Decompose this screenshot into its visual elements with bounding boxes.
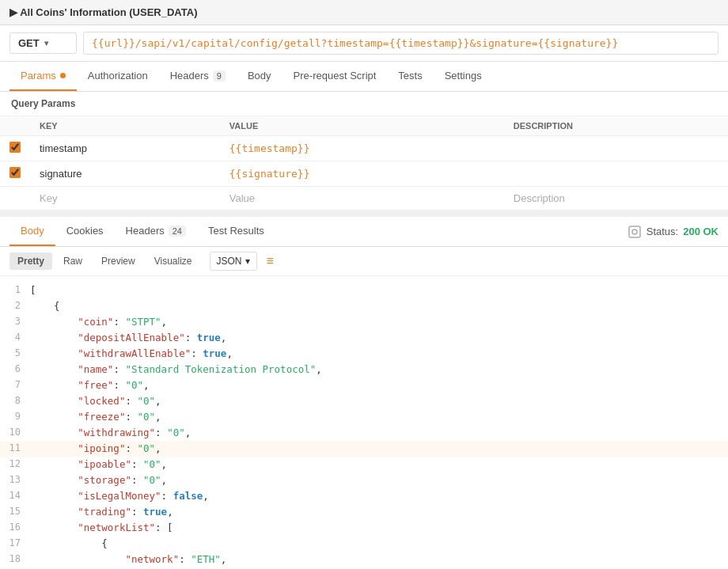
line-number: 12 — [6, 457, 30, 472]
tab-cookies[interactable]: Cookies — [55, 217, 115, 246]
format-label: JSON — [217, 256, 242, 267]
line-number: 11 — [6, 441, 30, 456]
tab-settings-label: Settings — [445, 70, 482, 82]
table-row: Key Value Description — [0, 187, 728, 211]
method-select[interactable]: GET ▾ — [9, 32, 77, 54]
tab-prerequest[interactable]: Pre-request Script — [282, 62, 388, 91]
code-viewer: 1 [ 2 { 3 "coin": "STPT", 4 "depositAllE… — [0, 276, 728, 569]
response-headers-badge: 24 — [169, 226, 186, 237]
line-number: 15 — [6, 504, 30, 519]
line-number: 16 — [6, 520, 30, 535]
line-number: 14 — [6, 488, 30, 503]
svg-point-1 — [632, 229, 637, 234]
tab-tests-label: Tests — [398, 70, 422, 82]
code-content: "locked": "0", — [30, 393, 722, 409]
code-content: { — [30, 536, 722, 552]
wrap-icon[interactable]: ≡ — [267, 254, 274, 268]
row-checkbox[interactable] — [9, 167, 21, 178]
code-content: "depositAllEnable": true, — [30, 330, 722, 346]
code-line: 5 "withdrawAllEnable": true, — [0, 346, 728, 362]
code-content: "coin": "STPT", — [30, 314, 722, 330]
body-section: Body Cookies Headers 24 Test Results Sta… — [0, 211, 728, 569]
code-line: 14 "isLegalMoney": false, — [0, 488, 728, 504]
code-line: 13 "storage": "0", — [0, 472, 728, 488]
code-line: 10 "withdrawing": "0", — [0, 425, 728, 441]
tab-settings[interactable]: Settings — [434, 62, 493, 91]
tab-response-headers-label: Headers — [126, 225, 165, 237]
code-line: 8 "locked": "0", — [0, 393, 728, 409]
tab-body-response[interactable]: Body — [9, 217, 55, 246]
status-value: 200 OK — [683, 226, 719, 237]
line-number: 7 — [6, 377, 30, 393]
line-number: 8 — [6, 393, 30, 408]
svg-rect-0 — [629, 226, 640, 237]
row-checkbox[interactable] — [9, 142, 21, 153]
code-line: 12 "ipoable": "0", — [0, 457, 728, 472]
tab-body-label: Body — [248, 70, 271, 82]
chevron-down-icon: ▾ — [245, 256, 250, 267]
code-content: "ipoable": "0", — [30, 457, 722, 472]
code-line: 2 { — [0, 298, 728, 314]
row-description — [504, 136, 728, 161]
tab-tests[interactable]: Tests — [387, 62, 433, 91]
code-content: "withdrawing": "0", — [30, 425, 722, 441]
code-content: [ — [30, 283, 722, 298]
tab-authorization[interactable]: Authorization — [77, 62, 159, 91]
code-line: 4 "depositAllEnable": true, — [0, 330, 728, 346]
code-line: 17 { — [0, 536, 728, 552]
format-select[interactable]: JSON ▾ — [210, 252, 257, 271]
tab-headers-label: Headers — [170, 70, 209, 82]
tab-test-results-label: Test Results — [208, 225, 264, 237]
code-content: "ipoing": "0", — [30, 441, 722, 457]
row-checkbox-cell[interactable] — [0, 136, 30, 161]
line-number: 5 — [6, 346, 30, 361]
row-value[interactable]: Value — [220, 187, 504, 211]
tab-cookies-label: Cookies — [66, 225, 104, 237]
raw-button[interactable]: Raw — [55, 252, 90, 270]
headers-badge: 9 — [213, 70, 226, 82]
params-dot — [60, 73, 66, 78]
method-label: GET — [18, 37, 40, 49]
col-description: DESCRIPTION — [504, 116, 728, 136]
code-content: "name": "Standard Tokenization Protocol"… — [30, 362, 722, 377]
code-line: 6 "name": "Standard Tokenization Protoco… — [0, 362, 728, 377]
code-content: "trading": true, — [30, 504, 722, 520]
row-value[interactable]: {{timestamp}} — [220, 136, 504, 161]
row-key[interactable]: timestamp — [30, 136, 220, 161]
row-key[interactable]: signature — [30, 161, 220, 187]
tab-test-results[interactable]: Test Results — [197, 217, 275, 246]
status-area: Status: 200 OK — [628, 225, 719, 239]
url-input[interactable] — [83, 32, 719, 55]
table-row: timestamp {{timestamp}} — [0, 136, 728, 161]
code-content: "networkList": [ — [30, 520, 722, 536]
chevron-down-icon: ▾ — [44, 39, 48, 47]
row-description — [504, 161, 728, 187]
query-params-label: Query Params — [0, 92, 728, 116]
code-line: 16 "networkList": [ — [0, 520, 728, 536]
row-key[interactable]: Key — [30, 187, 220, 211]
request-tabs: Params Authorization Headers 9 Body Pre-… — [0, 62, 728, 92]
tab-params[interactable]: Params — [9, 62, 77, 91]
row-checkbox-cell[interactable] — [0, 161, 30, 187]
code-content: "freeze": "0", — [30, 409, 722, 425]
code-line: 15 "trading": true, — [0, 504, 728, 520]
code-content: "free": "0", — [30, 377, 722, 393]
line-number: 18 — [6, 552, 30, 567]
status-label: Status: — [646, 226, 678, 237]
tab-body[interactable]: Body — [237, 62, 282, 91]
line-number: 17 — [6, 536, 30, 551]
code-line: 3 "coin": "STPT", — [0, 314, 728, 330]
col-value: VALUE — [220, 116, 504, 136]
row-checkbox-cell[interactable] — [0, 187, 30, 211]
tab-headers[interactable]: Headers 9 — [159, 62, 237, 91]
tab-response-headers[interactable]: Headers 24 — [115, 217, 197, 246]
row-value[interactable]: {{signature}} — [220, 161, 504, 187]
params-table: KEY VALUE DESCRIPTION timestamp {{timest… — [0, 116, 728, 211]
preview-button[interactable]: Preview — [93, 252, 143, 270]
tab-body-response-label: Body — [21, 225, 44, 237]
top-bar: ▶ All Coins' Information (USER_DATA) — [0, 0, 728, 25]
code-content: "withdrawAllEnable": true, — [30, 346, 722, 362]
pretty-button[interactable]: Pretty — [9, 252, 52, 270]
visualize-button[interactable]: Visualize — [146, 252, 200, 270]
body-tabs-row: Body Cookies Headers 24 Test Results Sta… — [0, 217, 728, 247]
